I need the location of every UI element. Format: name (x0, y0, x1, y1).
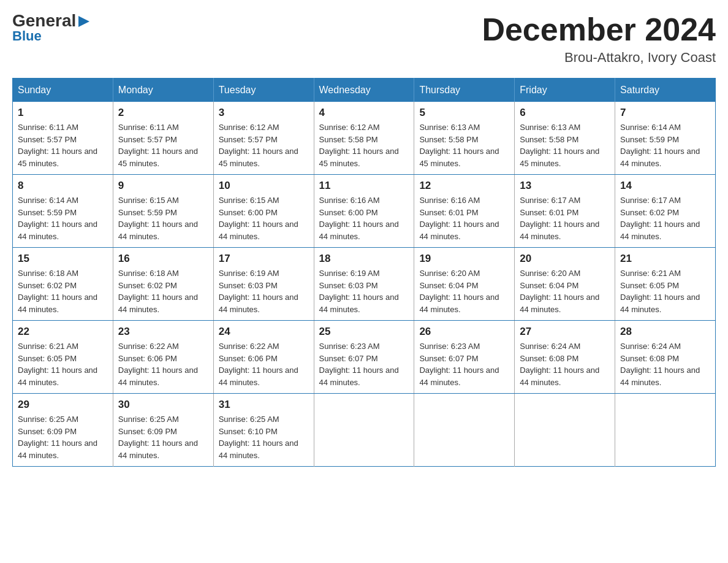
day-info: Sunrise: 6:19 AMSunset: 6:03 PMDaylight:… (219, 267, 309, 315)
table-row: 19Sunrise: 6:20 AMSunset: 6:04 PMDayligh… (414, 248, 515, 321)
day-number: 8 (18, 180, 108, 192)
day-number: 23 (118, 326, 208, 338)
col-monday: Monday (113, 79, 213, 102)
day-number: 31 (219, 399, 309, 411)
day-info: Sunrise: 6:13 AMSunset: 5:58 PMDaylight:… (419, 121, 509, 169)
table-row: 29Sunrise: 6:25 AMSunset: 6:09 PMDayligh… (13, 394, 113, 467)
col-sunday: Sunday (13, 79, 113, 102)
table-row: 27Sunrise: 6:24 AMSunset: 6:08 PMDayligh… (515, 321, 615, 394)
table-row: 22Sunrise: 6:21 AMSunset: 6:05 PMDayligh… (13, 321, 113, 394)
day-number: 14 (620, 180, 710, 192)
day-number: 21 (620, 253, 710, 265)
day-number: 5 (419, 107, 509, 119)
day-number: 1 (18, 107, 108, 119)
table-row: 20Sunrise: 6:20 AMSunset: 6:04 PMDayligh… (515, 248, 615, 321)
table-row (615, 394, 716, 467)
day-number: 28 (620, 326, 710, 338)
calendar-week-5: 29Sunrise: 6:25 AMSunset: 6:09 PMDayligh… (13, 394, 716, 467)
day-number: 13 (520, 180, 610, 192)
day-number: 30 (118, 399, 208, 411)
day-info: Sunrise: 6:13 AMSunset: 5:58 PMDaylight:… (520, 121, 610, 169)
day-number: 7 (620, 107, 710, 119)
title-block: December 2024 Brou-Attakro, Ivory Coast (482, 12, 716, 66)
table-row: 12Sunrise: 6:16 AMSunset: 6:01 PMDayligh… (414, 175, 515, 248)
day-info: Sunrise: 6:15 AMSunset: 5:59 PMDaylight:… (118, 194, 208, 242)
calendar-week-3: 15Sunrise: 6:18 AMSunset: 6:02 PMDayligh… (13, 248, 716, 321)
day-info: Sunrise: 6:21 AMSunset: 6:05 PMDaylight:… (18, 340, 108, 388)
day-info: Sunrise: 6:22 AMSunset: 6:06 PMDaylight:… (219, 340, 309, 388)
col-saturday: Saturday (615, 79, 716, 102)
day-info: Sunrise: 6:15 AMSunset: 6:00 PMDaylight:… (219, 194, 309, 242)
day-info: Sunrise: 6:21 AMSunset: 6:05 PMDaylight:… (620, 267, 710, 315)
location-text: Brou-Attakro, Ivory Coast (482, 50, 716, 66)
day-info: Sunrise: 6:17 AMSunset: 6:02 PMDaylight:… (620, 194, 710, 242)
table-row: 9Sunrise: 6:15 AMSunset: 5:59 PMDaylight… (113, 175, 213, 248)
day-info: Sunrise: 6:25 AMSunset: 6:10 PMDaylight:… (219, 413, 309, 461)
day-number: 16 (118, 253, 208, 265)
table-row: 3Sunrise: 6:12 AMSunset: 5:57 PMDaylight… (213, 102, 314, 175)
day-number: 9 (118, 180, 208, 192)
table-row: 31Sunrise: 6:25 AMSunset: 6:10 PMDayligh… (213, 394, 314, 467)
col-wednesday: Wednesday (314, 79, 414, 102)
day-number: 24 (219, 326, 309, 338)
day-info: Sunrise: 6:22 AMSunset: 6:06 PMDaylight:… (118, 340, 208, 388)
day-info: Sunrise: 6:20 AMSunset: 6:04 PMDaylight:… (419, 267, 509, 315)
day-number: 20 (520, 253, 610, 265)
day-info: Sunrise: 6:25 AMSunset: 6:09 PMDaylight:… (18, 413, 108, 461)
day-info: Sunrise: 6:23 AMSunset: 6:07 PMDaylight:… (419, 340, 509, 388)
table-row: 7Sunrise: 6:14 AMSunset: 5:59 PMDaylight… (615, 102, 716, 175)
table-row: 21Sunrise: 6:21 AMSunset: 6:05 PMDayligh… (615, 248, 716, 321)
day-number: 27 (520, 326, 610, 338)
table-row: 14Sunrise: 6:17 AMSunset: 6:02 PMDayligh… (615, 175, 716, 248)
day-number: 12 (419, 180, 509, 192)
svg-marker-0 (78, 16, 89, 27)
table-row (515, 394, 615, 467)
day-info: Sunrise: 6:20 AMSunset: 6:04 PMDaylight:… (520, 267, 610, 315)
day-info: Sunrise: 6:16 AMSunset: 6:01 PMDaylight:… (419, 194, 509, 242)
table-row: 8Sunrise: 6:14 AMSunset: 5:59 PMDaylight… (13, 175, 113, 248)
day-number: 2 (118, 107, 208, 119)
day-number: 17 (219, 253, 309, 265)
day-info: Sunrise: 6:11 AMSunset: 5:57 PMDaylight:… (18, 121, 108, 169)
calendar-week-2: 8Sunrise: 6:14 AMSunset: 5:59 PMDaylight… (13, 175, 716, 248)
day-number: 15 (18, 253, 108, 265)
day-info: Sunrise: 6:11 AMSunset: 5:57 PMDaylight:… (118, 121, 208, 169)
table-row: 4Sunrise: 6:12 AMSunset: 5:58 PMDaylight… (314, 102, 414, 175)
day-number: 29 (18, 399, 108, 411)
day-number: 25 (319, 326, 409, 338)
table-row: 13Sunrise: 6:17 AMSunset: 6:01 PMDayligh… (515, 175, 615, 248)
table-row: 11Sunrise: 6:16 AMSunset: 6:00 PMDayligh… (314, 175, 414, 248)
table-row: 26Sunrise: 6:23 AMSunset: 6:07 PMDayligh… (414, 321, 515, 394)
day-info: Sunrise: 6:16 AMSunset: 6:00 PMDaylight:… (319, 194, 409, 242)
col-friday: Friday (515, 79, 615, 102)
table-row: 10Sunrise: 6:15 AMSunset: 6:00 PMDayligh… (213, 175, 314, 248)
table-row: 30Sunrise: 6:25 AMSunset: 6:09 PMDayligh… (113, 394, 213, 467)
calendar-week-1: 1Sunrise: 6:11 AMSunset: 5:57 PMDaylight… (13, 102, 716, 175)
day-info: Sunrise: 6:19 AMSunset: 6:03 PMDaylight:… (319, 267, 409, 315)
logo-general-text: General (12, 12, 76, 29)
table-row (314, 394, 414, 467)
table-row: 5Sunrise: 6:13 AMSunset: 5:58 PMDaylight… (414, 102, 515, 175)
day-number: 3 (219, 107, 309, 119)
table-row (414, 394, 515, 467)
day-number: 18 (319, 253, 409, 265)
day-number: 10 (219, 180, 309, 192)
day-info: Sunrise: 6:25 AMSunset: 6:09 PMDaylight:… (118, 413, 208, 461)
day-info: Sunrise: 6:24 AMSunset: 6:08 PMDaylight:… (620, 340, 710, 388)
table-row: 24Sunrise: 6:22 AMSunset: 6:06 PMDayligh… (213, 321, 314, 394)
table-row: 18Sunrise: 6:19 AMSunset: 6:03 PMDayligh… (314, 248, 414, 321)
table-row: 15Sunrise: 6:18 AMSunset: 6:02 PMDayligh… (13, 248, 113, 321)
page-header: General Blue December 2024 Brou-Attakro,… (12, 12, 716, 66)
col-tuesday: Tuesday (213, 79, 314, 102)
day-number: 22 (18, 326, 108, 338)
day-info: Sunrise: 6:17 AMSunset: 6:01 PMDaylight:… (520, 194, 610, 242)
month-year-title: December 2024 (482, 12, 716, 47)
col-thursday: Thursday (414, 79, 515, 102)
day-info: Sunrise: 6:24 AMSunset: 6:08 PMDaylight:… (520, 340, 610, 388)
logo-blue-text: Blue (12, 28, 42, 44)
day-number: 19 (419, 253, 509, 265)
day-number: 4 (319, 107, 409, 119)
table-row: 17Sunrise: 6:19 AMSunset: 6:03 PMDayligh… (213, 248, 314, 321)
day-info: Sunrise: 6:14 AMSunset: 5:59 PMDaylight:… (620, 121, 710, 169)
logo: General Blue (12, 12, 91, 44)
